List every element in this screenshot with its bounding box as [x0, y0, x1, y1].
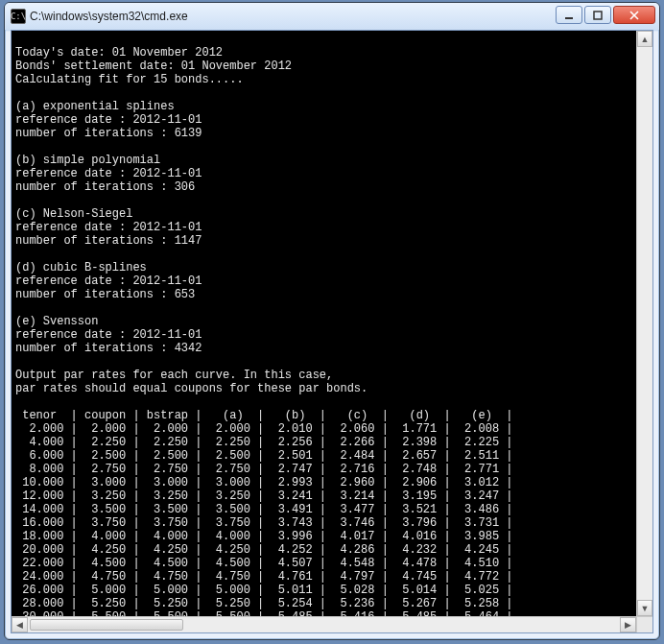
close-button[interactable] [613, 6, 655, 24]
vertical-scrollbar[interactable]: ▲ ▼ [636, 31, 652, 616]
window-buttons [556, 6, 655, 24]
cmd-window: C:\ C:\windows\system32\cmd.exe Today's … [4, 2, 660, 640]
scroll-up-button[interactable]: ▲ [637, 31, 652, 47]
hscroll-row: ◀ ▶ [12, 616, 652, 632]
svg-rect-1 [594, 12, 602, 19]
cmd-icon: C:\ [11, 9, 26, 24]
window-title: C:\windows\system32\cmd.exe [30, 10, 556, 23]
horizontal-scroll-track[interactable] [28, 617, 620, 632]
minimize-icon [564, 11, 574, 20]
horizontal-scroll-thumb[interactable] [30, 619, 183, 631]
console-wrap: Today's date: 01 November 2012 Bonds' se… [12, 31, 652, 616]
cmd-icon-label: C:\ [11, 12, 26, 21]
scroll-down-button[interactable]: ▼ [637, 600, 652, 616]
scroll-left-button[interactable]: ◀ [12, 617, 28, 632]
console-output: Today's date: 01 November 2012 Bonds' se… [12, 31, 636, 616]
close-icon [629, 11, 639, 20]
vertical-scroll-track[interactable] [637, 47, 652, 600]
scroll-corner [636, 616, 652, 632]
client-area: Today's date: 01 November 2012 Bonds' se… [11, 30, 653, 633]
minimize-button[interactable] [556, 6, 582, 24]
horizontal-scrollbar[interactable]: ◀ ▶ [12, 616, 636, 632]
maximize-icon [593, 11, 603, 20]
maximize-button[interactable] [584, 6, 611, 24]
scroll-right-button[interactable]: ▶ [620, 617, 636, 632]
titlebar[interactable]: C:\ C:\windows\system32\cmd.exe [5, 3, 659, 30]
